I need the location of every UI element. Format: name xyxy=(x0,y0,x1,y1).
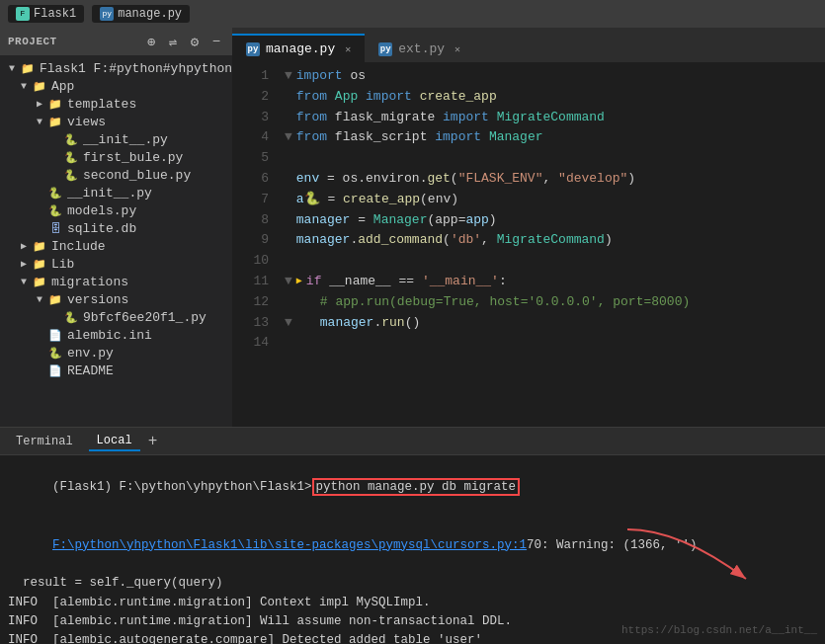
sidebar-item-app-init[interactable]: 🐍 __init__.py xyxy=(0,184,232,201)
code-line-2: from App import create_app xyxy=(285,87,825,108)
root-folder-icon: 📁 xyxy=(20,60,36,76)
term-line-3: result = self._query(query) xyxy=(8,574,817,593)
code-line-14 xyxy=(285,333,825,354)
editor-area: py manage.py ✕ py ext.py ✕ 12345 678910 … xyxy=(232,28,825,427)
sidebar-item-readme[interactable]: 📄 README xyxy=(0,362,232,379)
ext-tab-close[interactable]: ✕ xyxy=(454,43,460,55)
terminal-content: (Flask1) F:\python\yhpython\Flask1>pytho… xyxy=(0,455,825,644)
top-bar-flask-label: Flask1 xyxy=(34,7,76,21)
migrations-folder-icon: 📁 xyxy=(32,274,47,289)
split-icon[interactable]: ⇌ xyxy=(165,34,181,49)
sidebar-item-app[interactable]: ▼ 📁 App xyxy=(0,77,232,95)
close-icon[interactable]: − xyxy=(208,34,224,49)
views-init-py-icon: 🐍 xyxy=(63,131,79,147)
first-bule-py-icon: 🐍 xyxy=(63,149,79,165)
views-init-label: __init__.py xyxy=(83,132,168,147)
manage-py-icon: py xyxy=(100,7,114,21)
fold-8 xyxy=(285,210,292,231)
versions-arrow: ▼ xyxy=(32,294,47,305)
views-label: views xyxy=(67,115,106,129)
code-line-5 xyxy=(285,148,825,169)
add-folder-icon[interactable]: ⊕ xyxy=(143,34,159,49)
fold-1[interactable]: ▼ xyxy=(285,66,292,87)
templates-label: templates xyxy=(67,97,136,112)
top-bar-manage-label: manage.py xyxy=(118,7,182,21)
fold-12 xyxy=(285,292,292,313)
term-prompt-1: (Flask1) F:\python\yhpython\Flask1> xyxy=(52,480,312,494)
sidebar-item-root[interactable]: ▼ 📁 Flask1 F:#python#yhpython#Flask1 xyxy=(0,59,232,77)
app-init-label: __init__.py xyxy=(67,186,152,201)
readme-icon: 📄 xyxy=(47,362,63,378)
terminal-area: Terminal Local + (Flask1) F:\python\yhpy… xyxy=(0,427,825,644)
sqlite-label: sqlite.db xyxy=(67,221,136,236)
sidebar-item-views[interactable]: ▼ 📁 views xyxy=(0,113,232,130)
term-line-1: (Flask1) F:\python\yhpython\Flask1>pytho… xyxy=(8,459,817,517)
sidebar-icons: ⊕ ⇌ ⚙ − xyxy=(143,34,224,49)
term-warning-suffix: 70: Warning: (1366, '') xyxy=(527,538,698,552)
second-blue-py-icon: 🐍 xyxy=(63,167,79,183)
code-line-8: manager = Manager(app=app) xyxy=(285,210,825,231)
sidebar: Project ⊕ ⇌ ⚙ − ▼ 📁 Flask1 F:#python#yhp… xyxy=(0,28,232,427)
top-bar-flask-tab[interactable]: F Flask1 xyxy=(8,5,84,23)
root-arrow: ▼ xyxy=(4,63,20,74)
sidebar-item-alembic[interactable]: 📄 alembic.ini xyxy=(0,326,232,344)
code-line-9: manager.add_command('db', MigrateCommand… xyxy=(285,230,825,251)
sidebar-item-migrations[interactable]: ▼ 📁 migrations xyxy=(0,273,232,290)
fold-4[interactable]: ▼ xyxy=(285,127,292,148)
code-line-4: ▼ from flask_script import Manager xyxy=(285,127,825,148)
versions-folder-icon: 📁 xyxy=(47,291,63,307)
env-py-label: env.py xyxy=(67,346,114,361)
sidebar-item-migration-file[interactable]: 🐍 9bfcf6ee20f1_.py xyxy=(0,308,232,326)
code-line-11: ▼ ▶ if __name__ == '__main__': xyxy=(285,272,825,292)
flask-icon: F xyxy=(16,7,30,21)
lib-label: Lib xyxy=(51,257,74,272)
line-numbers: 12345 678910 11121314 xyxy=(232,62,277,427)
migration-file-py-icon: 🐍 xyxy=(63,309,79,325)
manage-tab-label: manage.py xyxy=(266,41,335,56)
sidebar-item-second-blue[interactable]: 🐍 second_blue.py xyxy=(0,166,232,184)
fold-10 xyxy=(285,251,292,272)
views-folder-icon: 📁 xyxy=(47,114,63,129)
fold-11[interactable]: ▼ xyxy=(285,272,292,292)
tab-terminal[interactable]: Terminal xyxy=(8,433,81,450)
term-warning-link[interactable]: F:\python\yhpython\Flask1\lib\site-packa… xyxy=(52,538,527,552)
migration-file-label: 9bfcf6ee20f1_.py xyxy=(83,310,206,325)
sidebar-item-models[interactable]: 🐍 models.py xyxy=(0,201,232,219)
migrations-label: migrations xyxy=(51,275,128,289)
app-arrow: ▼ xyxy=(16,81,32,92)
term-line-4: INFO [alembic.runtime.migration] Context… xyxy=(8,594,817,612)
sidebar-item-versions[interactable]: ▼ 📁 versions xyxy=(0,290,232,308)
code-editor: 12345 678910 11121314 ▼ import os from A… xyxy=(232,62,825,427)
main-area: Project ⊕ ⇌ ⚙ − ▼ 📁 Flask1 F:#python#yhp… xyxy=(0,28,825,427)
fold-7 xyxy=(285,190,292,210)
tab-ext-py[interactable]: py ext.py ✕ xyxy=(365,34,474,62)
code-line-10 xyxy=(285,251,825,272)
sidebar-item-first-bule[interactable]: 🐍 first_bule.py xyxy=(0,148,232,166)
fold-9 xyxy=(285,230,292,251)
sidebar-item-env-py[interactable]: 🐍 env.py xyxy=(0,344,232,362)
code-line-7: a🐍 = create_app(env) xyxy=(285,190,825,210)
code-line-1: ▼ import os xyxy=(285,66,825,87)
second-blue-label: second_blue.py xyxy=(83,168,191,183)
sidebar-item-lib[interactable]: ▶ 📁 Lib xyxy=(0,255,232,273)
include-label: Include xyxy=(51,239,106,254)
views-arrow: ▼ xyxy=(32,117,47,127)
gear-icon[interactable]: ⚙ xyxy=(187,34,203,49)
code-line-3: from flask_migrate import MigrateCommand xyxy=(285,108,825,128)
sidebar-item-sqlite[interactable]: 🗄 sqlite.db xyxy=(0,219,232,237)
sidebar-item-templates[interactable]: ▶ 📁 templates xyxy=(0,95,232,113)
versions-label: versions xyxy=(67,292,128,307)
tab-add[interactable]: + xyxy=(148,434,158,449)
editor-tabs: py manage.py ✕ py ext.py ✕ xyxy=(232,28,825,62)
fold-13[interactable]: ▼ xyxy=(285,313,292,334)
manage-tab-close[interactable]: ✕ xyxy=(345,43,351,55)
top-bar-manage-tab[interactable]: py manage.py xyxy=(92,5,190,23)
line-11-arrow: ▶ xyxy=(296,274,302,289)
sidebar-item-views-init[interactable]: 🐍 __init__.py xyxy=(0,130,232,148)
sidebar-tree: ▼ 📁 Flask1 F:#python#yhpython#Flask1 ▼ 📁… xyxy=(0,55,232,427)
sidebar-item-include[interactable]: ▶ 📁 Include xyxy=(0,237,232,255)
tab-manage-py[interactable]: py manage.py ✕ xyxy=(232,34,365,62)
include-arrow: ▶ xyxy=(16,240,32,252)
ext-tab-icon: py xyxy=(378,42,392,56)
tab-local[interactable]: Local xyxy=(89,432,140,451)
